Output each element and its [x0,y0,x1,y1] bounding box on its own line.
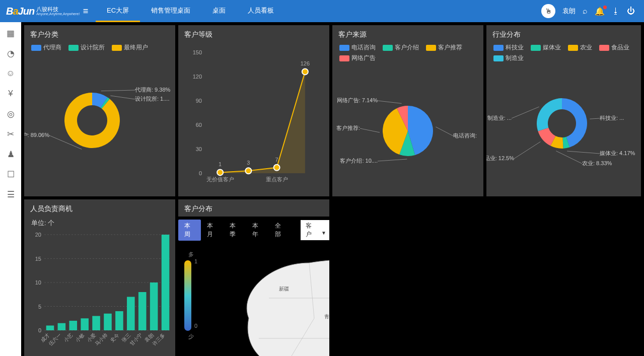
legend: 代理商 设计院所 最终用户 [24,42,175,55]
panel-title: 行业分布 [486,25,641,42]
user-icon[interactable]: ☺ [6,68,16,79]
svg-text:90: 90 [196,98,202,104]
svg-text:马小帅: 马小帅 [94,332,108,347]
svg-rect-62 [115,311,123,330]
svg-text:10: 10 [35,279,41,286]
svg-rect-54 [69,321,77,330]
panel-customer-map: 客户分布 本周 本月 本季 本年 全部 客户 多 10 [178,199,329,356]
svg-line-0 [101,90,135,91]
svg-text:制造业: ...: 制造业: ... [487,115,512,121]
svg-point-14 [245,168,251,174]
svg-line-36 [514,141,540,159]
bell-icon[interactable]: 🔔 [595,7,605,16]
panel-customer-category: 客户分类 代理商 设计院所 最终用户 代理商: 9.38%设计院所: 1....… [24,25,175,196]
target-icon[interactable]: ◎ [6,109,16,119]
svg-text:0: 0 [38,327,41,333]
svg-text:20: 20 [35,232,41,238]
svg-text:60: 60 [196,122,202,128]
sidebar: ▦ ◔ ☺ ¥ ◎ ✂ ♟ ☐ ☰ [0,22,21,356]
search-icon[interactable]: ⌕ [583,7,588,16]
svg-text:1: 1 [219,161,222,167]
svg-line-22 [436,127,453,136]
map-tabs: 本周 本月 本季 本年 全部 客户 [178,217,329,243]
svg-text:7: 7 [275,157,278,163]
svg-text:设计院所:  1....: 设计院所: 1.... [135,96,169,102]
panel-title: 客户分布 [178,199,329,217]
svg-text:150: 150 [193,49,202,55]
unit-label: 单位: 个 [24,217,175,230]
svg-text:5: 5 [38,304,41,310]
svg-text:客户介绍:  10....: 客户介绍: 10.... [340,158,378,164]
nav-tabs: EC大屏 销售管理桌面 桌面 人员看板 [96,0,285,22]
china-map[interactable]: 黑龙江吉林辽宁内蒙古新疆青海甘肃宁夏陕西山西河南山东湖北安徽浙江江苏四川重庆湖南… [208,243,329,356]
dashboard-icon[interactable]: ◔ [6,48,16,58]
svg-text:甘小宁: 甘小宁 [128,332,143,347]
svg-rect-56 [81,318,89,330]
svg-text:客户推荐:: 客户推荐: [336,125,360,131]
svg-text:无价值客户: 无价值客户 [206,176,234,182]
svg-text:小敏: 小敏 [75,332,86,343]
avatar[interactable]: 🖱 [541,4,555,18]
panel-title: 人员负责商机 [24,199,175,217]
panel-customer-level: 客户等级 0306090120150137126无价值客户重点客户 [178,25,329,196]
panel-title: 客户等级 [178,25,329,42]
svg-rect-64 [127,297,135,331]
svg-point-18 [302,68,308,75]
tab-sales-desktop[interactable]: 销售管理桌面 [140,0,201,22]
svg-rect-50 [46,326,54,331]
svg-text:伍六一: 伍六一 [48,332,62,347]
svg-line-28 [378,101,401,103]
svg-text:30: 30 [196,146,202,152]
svg-line-2 [110,96,135,99]
tools-icon[interactable]: ✂ [6,129,16,139]
svg-line-30 [590,118,600,119]
power-icon[interactable]: ⏻ [627,7,635,16]
logo: BaJun 八骏科技 Anyone,Anytime,Anywhere! [0,6,76,17]
panel-title: 客户来源 [332,25,483,42]
svg-rect-70 [162,235,170,330]
tab-desktop[interactable]: 桌面 [201,0,237,22]
map-tab-all[interactable]: 全部 [269,220,292,241]
map-tab-month[interactable]: 本月 [201,220,224,241]
svg-rect-58 [92,316,100,331]
svg-line-38 [512,107,539,118]
svg-text:126: 126 [301,60,310,66]
map-select[interactable]: 客户 [301,220,329,240]
svg-text:15: 15 [35,256,41,262]
svg-text:电话咨询:: 电话咨询: [453,132,477,138]
tab-ec-screen[interactable]: EC大屏 [96,0,140,22]
svg-text:青海: 青海 [324,314,329,319]
legend: 电话咨询 客户介绍 客户推荐 网络广告 [332,42,483,65]
dashboard-grid: 客户分类 代理商 设计院所 最终用户 代理商: 9.38%设计院所: 1....… [21,22,644,356]
money-icon[interactable]: ¥ [6,89,16,99]
svg-line-24 [378,159,407,161]
svg-text:新疆: 新疆 [279,286,289,292]
svg-rect-52 [58,323,66,330]
svg-text:食品业:  12.5%: 食品业: 12.5% [486,155,514,161]
svg-text:3: 3 [247,160,250,166]
tab-staff-board[interactable]: 人员看板 [237,0,285,22]
svg-text:0: 0 [199,170,202,176]
map-tab-week[interactable]: 本周 [178,220,201,241]
svg-text:120: 120 [193,74,202,80]
top-bar: BaJun 八骏科技 Anyone,Anytime,Anywhere! ≡ EC… [0,0,644,22]
apps-icon[interactable]: ▦ [6,28,16,38]
panel-industry: 行业分布 科技业 媒体业 农业 食品业 制造业 科技业: ...媒体业: 4.1… [486,25,641,196]
map-tab-year[interactable]: 本年 [246,220,269,241]
monitor-icon[interactable]: ☐ [6,169,16,179]
svg-text:许三多: 许三多 [152,332,166,347]
document-icon[interactable]: ☰ [6,189,16,199]
svg-line-32 [567,151,600,154]
svg-text:重点客户: 重点客户 [266,176,288,182]
svg-text:最终用户:  89.06%: 最终用户: 89.06% [24,132,49,138]
download-icon[interactable]: ⭳ [612,7,620,16]
svg-rect-66 [138,292,147,330]
map-tab-quarter[interactable]: 本季 [224,220,246,241]
svg-point-16 [274,165,280,171]
svg-text:农业:  8.33%: 农业: 8.33% [582,160,612,166]
svg-text:代理商:  9.38%: 代理商: 9.38% [134,87,171,93]
svg-text:媒体业:  4.17%: 媒体业: 4.17% [600,150,635,156]
person-icon[interactable]: ♟ [6,149,16,159]
menu-toggle-icon[interactable]: ≡ [76,6,96,17]
svg-text:小艺: 小艺 [63,332,74,343]
